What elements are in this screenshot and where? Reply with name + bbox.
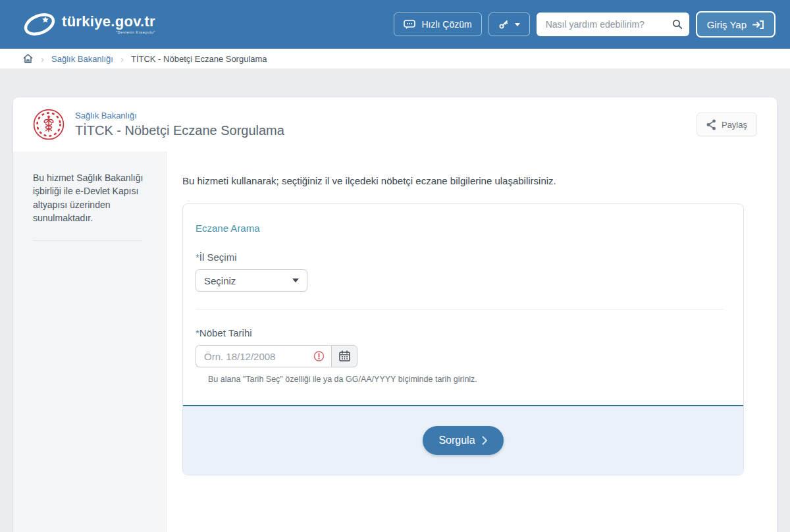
logo-text: türkiye.gov.tr xyxy=(62,14,155,29)
login-button[interactable]: Giriş Yap xyxy=(696,11,776,38)
quick-solution-label: Hızlı Çözüm xyxy=(421,19,471,30)
saglik-bakanligi-emblem xyxy=(33,109,65,140)
province-select[interactable]: Seçiniz xyxy=(196,269,307,292)
chevron-down-icon xyxy=(292,279,299,282)
pharmacy-search-form: Eczane Arama *İl Seçimi Seçiniz *Nöbet xyxy=(182,203,744,475)
share-button[interactable]: Paylaş xyxy=(697,113,757,136)
breadcrumb-separator: › xyxy=(41,53,44,65)
form-title: Eczane Arama xyxy=(196,223,724,234)
service-agency[interactable]: Sağlık Bakanlığı xyxy=(75,111,284,120)
password-menu-button[interactable] xyxy=(488,13,530,36)
service-description: Bu hizmeti kullanarak; seçtiğiniz il ve … xyxy=(182,175,744,186)
service-heading: Sağlık Bakanlığı TİTCK - Nöbetçi Eczane … xyxy=(75,111,284,138)
service-card-header: Sağlık Bakanlığı TİTCK - Nöbetçi Eczane … xyxy=(13,97,777,151)
chevron-right-icon xyxy=(482,436,488,445)
breadcrumb-link-agency[interactable]: Sağlık Bakanlığı xyxy=(51,54,113,64)
form-divider xyxy=(196,309,724,309)
share-icon xyxy=(706,119,716,130)
breadcrumb-current: TİTCK - Nöbetçi Eczane Sorgulama xyxy=(131,54,267,64)
chat-bubble-icon xyxy=(404,20,415,30)
home-icon[interactable] xyxy=(22,53,34,64)
breadcrumb: › Sağlık Bakanlığı › TİTCK - Nöbetçi Ecz… xyxy=(0,49,790,68)
province-label: *İl Seçimi xyxy=(196,252,724,263)
share-label: Paylaş xyxy=(722,120,747,130)
header-actions: Hızlı Çözüm G xyxy=(394,11,776,38)
quick-solution-button[interactable]: Hızlı Çözüm xyxy=(394,13,481,36)
duty-date-label: *Nöbet Tarihi xyxy=(196,327,724,338)
service-card: Sağlık Bakanlığı TİTCK - Nöbetçi Eczane … xyxy=(13,97,777,532)
province-field: *İl Seçimi Seçiniz xyxy=(196,252,724,292)
duty-date-input-group xyxy=(196,345,724,367)
top-header: türkiye.gov.tr "Devletin Kısayolu" Hızlı… xyxy=(0,0,790,49)
breadcrumb-separator: › xyxy=(120,53,124,65)
login-arrow-icon xyxy=(752,20,764,30)
query-button[interactable]: Sorgula xyxy=(423,426,503,455)
date-format-help: Bu alana "Tarih Seç" özelliği ile ya da … xyxy=(208,375,704,384)
edevlet-swirl-icon xyxy=(22,12,57,37)
duty-date-input[interactable] xyxy=(196,345,331,367)
logo-tagline: "Devletin Kısayolu" xyxy=(116,30,155,34)
query-button-label: Sorgula xyxy=(438,435,475,446)
duty-date-wrap xyxy=(196,345,331,367)
sidebar-divider xyxy=(33,240,142,241)
chevron-down-icon xyxy=(515,23,520,26)
key-icon xyxy=(498,19,509,30)
duty-date-field: *Nöbet Tarihi xyxy=(196,327,724,384)
province-select-value: Seçiniz xyxy=(204,275,236,286)
date-picker-button[interactable] xyxy=(331,345,357,367)
form-footer: Sorgula xyxy=(183,405,743,475)
service-provider-note: Bu hizmet Sağlık Bakanlığı işbirliği ile… xyxy=(33,171,151,225)
help-search-box xyxy=(537,13,689,36)
login-label: Giriş Yap xyxy=(707,19,747,30)
turkiye-gov-logo[interactable]: türkiye.gov.tr "Devletin Kısayolu" xyxy=(22,12,155,37)
search-icon[interactable] xyxy=(672,19,683,30)
service-main: Bu hizmeti kullanarak; seçtiğiniz il ve … xyxy=(167,151,777,532)
page-title: TİTCK - Nöbetçi Eczane Sorgulama xyxy=(75,123,284,138)
service-card-body: Bu hizmet Sağlık Bakanlığı işbirliği ile… xyxy=(13,151,777,532)
search-input[interactable] xyxy=(544,18,672,30)
validation-warning-icon xyxy=(313,351,325,362)
service-sidebar: Bu hizmet Sağlık Bakanlığı işbirliği ile… xyxy=(13,151,167,532)
calendar-icon xyxy=(338,350,351,362)
